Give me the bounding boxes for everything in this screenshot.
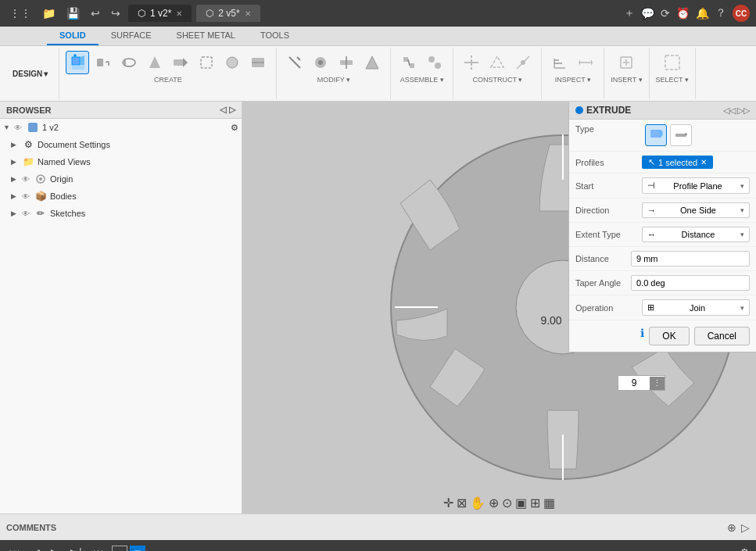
menu-icon[interactable]: ⋮⋮ — [6, 5, 34, 21]
taper-angle-input[interactable] — [631, 275, 750, 291]
tab-surface[interactable]: SURFACE — [99, 27, 164, 45]
sync-icon[interactable]: ⟳ — [661, 7, 670, 20]
panel-prev-icon[interactable]: ◁◁ — [723, 106, 736, 116]
modify-icon4[interactable] — [360, 51, 384, 74]
profiles-badge-clear[interactable]: ✕ — [700, 158, 707, 166]
modify-label[interactable]: MODIFY ▾ — [317, 76, 350, 84]
clock-icon[interactable]: ⏰ — [676, 7, 690, 20]
footer-play-btn[interactable]: ▶ — [48, 545, 63, 551]
zoom-fit-icon[interactable]: ⊙ — [502, 496, 512, 510]
distance-input[interactable] — [631, 251, 750, 267]
tree-gear-root[interactable]: ⚙ — [231, 123, 238, 133]
create-icon7[interactable] — [220, 51, 244, 74]
tree-item-named-views[interactable]: ▶ 📁 Named Views — [0, 153, 242, 170]
tree-item-origin[interactable]: ▶ 👁 Origin — [0, 170, 242, 188]
assemble-label[interactable]: ASSEMBLE ▾ — [400, 76, 444, 84]
footer-first-btn[interactable]: ⏮ — [6, 545, 23, 551]
eye-sketches[interactable]: 👁 — [22, 209, 33, 218]
orbit-icon[interactable]: ✛ — [443, 496, 453, 510]
tab-1v2-close[interactable]: ✕ — [176, 9, 182, 18]
footer-last-btn[interactable]: ⏭ — [90, 545, 107, 551]
browser-title: BROWSER — [6, 106, 51, 115]
select-label[interactable]: SELECT ▾ — [656, 76, 689, 84]
tab-tools[interactable]: TOOLS — [248, 27, 302, 45]
dimension-input[interactable]: ⋮ — [618, 375, 665, 391]
redo-icon[interactable]: ↪ — [108, 5, 124, 21]
footer-next-btn[interactable]: ▶| — [67, 545, 85, 551]
panel-next-icon[interactable]: ▷▷ — [737, 106, 750, 116]
modify-icon3[interactable] — [335, 51, 358, 74]
footer-shape-solid[interactable]: ▣ — [130, 546, 145, 551]
start-dropdown[interactable]: ⊣ Profile Plane ▾ — [642, 177, 750, 194]
eye-origin[interactable]: 👁 — [22, 175, 33, 184]
eye-root[interactable]: 👁 — [14, 123, 25, 132]
chat-icon[interactable]: 💬 — [641, 7, 654, 20]
extent-type-dropdown[interactable]: ↔ Distance ▾ — [642, 227, 750, 242]
construct-icon2[interactable] — [485, 51, 509, 74]
tab-sheet-metal[interactable]: SHEET METAL — [164, 27, 248, 45]
save-icon[interactable]: 💾 — [63, 5, 83, 21]
add-tab-icon[interactable]: ＋ — [624, 6, 635, 20]
help-icon[interactable]: ？ — [715, 6, 726, 20]
undo-icon[interactable]: ↩ — [88, 5, 103, 21]
construct-icon1[interactable] — [460, 51, 483, 74]
comment-menu-icon[interactable]: ▷ — [741, 521, 750, 534]
info-icon[interactable]: ℹ — [640, 327, 644, 345]
design-button[interactable]: DESIGN ▾ — [0, 48, 59, 99]
footer-shape-box[interactable]: □ — [112, 546, 127, 551]
construct-label[interactable]: CONSTRUCT ▾ — [472, 76, 522, 84]
insert-icon1[interactable] — [614, 51, 638, 74]
add-comment-icon[interactable]: ⊕ — [727, 521, 736, 534]
ok-button[interactable]: OK — [649, 327, 689, 345]
dim-menu-icon[interactable]: ⋮ — [650, 377, 665, 390]
tree-item-bodies[interactable]: ▶ 👁 📦 Bodies — [0, 188, 242, 205]
create-arrow-icon[interactable] — [169, 51, 192, 74]
browser-expand-icon[interactable]: ▷ — [229, 105, 235, 115]
cancel-button[interactable]: Cancel — [694, 327, 750, 345]
avatar[interactable]: CC — [733, 5, 750, 22]
create-extrude-icon[interactable] — [66, 51, 89, 74]
create-sweep-icon[interactable] — [117, 51, 141, 74]
create-loft-icon[interactable] — [143, 51, 167, 74]
modify-icon2[interactable] — [309, 51, 332, 74]
create-icon6[interactable] — [195, 51, 218, 74]
inspect-icon1[interactable] — [548, 51, 571, 74]
tab-solid[interactable]: SOLID — [47, 27, 99, 45]
dimension-value-input[interactable] — [618, 376, 650, 390]
modify-icon1[interactable] — [283, 51, 306, 74]
hand-icon[interactable]: ✋ — [470, 496, 485, 510]
create-icon8[interactable] — [246, 51, 270, 74]
browser-collapse-icon[interactable]: ◁ — [220, 105, 226, 115]
tab-2v5-close[interactable]: ✕ — [245, 9, 251, 18]
footer-prev-btn[interactable]: ◀ — [28, 545, 43, 551]
tree-item-root[interactable]: ▼ 👁 1 v2 ⚙ — [0, 119, 242, 136]
viewport[interactable]: 9.00 FRONT X Y ⋮ EXTRUDE — [242, 102, 756, 513]
grid-icon[interactable]: ⊞ — [530, 496, 540, 510]
eye-bodies[interactable]: 👁 — [22, 192, 33, 201]
footer-gear-icon[interactable]: ⚙ — [740, 546, 750, 551]
view-cube-icon[interactable]: ▣ — [515, 496, 527, 510]
tab-2v5[interactable]: ⬡ 2 v5* ✕ — [196, 5, 260, 22]
extrude-header: EXTRUDE ◁◁ ▷▷ — [569, 102, 756, 120]
inspect-icon2[interactable] — [574, 51, 597, 74]
inspect-label[interactable]: INSPECT ▾ — [555, 76, 591, 84]
select-icon1[interactable] — [661, 51, 684, 74]
assemble-icon2[interactable] — [423, 51, 446, 74]
zoom-icon[interactable]: ⊕ — [489, 496, 499, 510]
tab-1v2[interactable]: ⬡ 1 v2* ✕ — [128, 5, 192, 22]
pan-icon[interactable]: ⊠ — [457, 496, 467, 510]
create-revolve-icon[interactable] — [91, 51, 115, 74]
construct-icon3[interactable] — [511, 51, 535, 74]
file-icon[interactable]: 📁 — [39, 5, 59, 21]
tree-item-doc-settings[interactable]: ▶ ⚙ Document Settings — [0, 136, 242, 153]
tree-item-sketches[interactable]: ▶ 👁 ✏ Sketches — [0, 205, 242, 222]
assemble-icon1[interactable] — [397, 51, 421, 74]
bell-icon[interactable]: 🔔 — [696, 7, 709, 20]
profiles-badge[interactable]: ↖ 1 selected ✕ — [642, 156, 713, 169]
type-icon-thin[interactable] — [670, 124, 692, 146]
type-icon-profile[interactable] — [645, 124, 667, 146]
operation-dropdown[interactable]: ⊞ Join ▾ — [642, 299, 750, 316]
insert-label[interactable]: INSERT ▾ — [611, 76, 642, 84]
direction-dropdown[interactable]: → One Side ▾ — [642, 202, 750, 218]
display-icon[interactable]: ▦ — [543, 496, 555, 510]
